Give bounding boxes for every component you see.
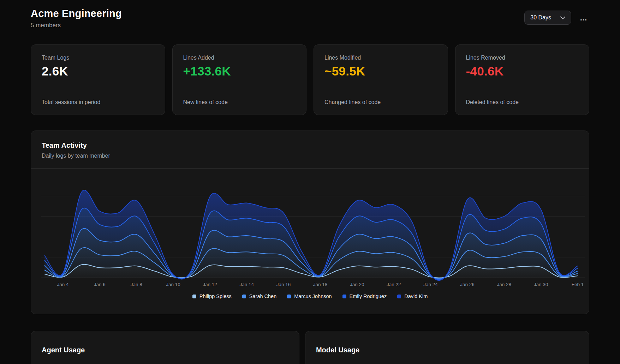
member-count: 5 members bbox=[31, 22, 122, 29]
x-axis-tick-label: Jan 12 bbox=[203, 282, 217, 287]
x-axis-tick-label: Jan 26 bbox=[460, 282, 475, 287]
model-usage-card: Model Usage bbox=[305, 331, 589, 364]
legend-label: Philipp Spiess bbox=[199, 293, 232, 299]
legend-label: Emily Rodriguez bbox=[350, 293, 387, 299]
chart-canvas: Jan 4Jan 6Jan 8Jan 10Jan 12Jan 14Jan 16J… bbox=[31, 169, 598, 289]
x-axis-tick-label: Jan 18 bbox=[313, 282, 328, 287]
stats-row: Team Logs 2.6K Total sessions in period … bbox=[31, 44, 589, 115]
stat-value: 2.6K bbox=[42, 64, 154, 78]
chart-subtitle: Daily logs by team member bbox=[42, 153, 578, 159]
team-activity-card: Team Activity Daily logs by team member … bbox=[31, 131, 589, 314]
stat-value: -40.6K bbox=[466, 64, 579, 78]
page-title: Acme Engineering bbox=[31, 8, 122, 19]
legend-label: Marcus Johnson bbox=[294, 293, 332, 299]
header-actions: 30 Days … bbox=[524, 11, 589, 25]
stat-card-lines-added: Lines Added +133.6K New lines of code bbox=[172, 44, 307, 115]
stat-description: Total sessions in period bbox=[42, 99, 154, 105]
x-axis-tick-label: Jan 14 bbox=[240, 282, 254, 287]
x-axis-tick-label: Jan 28 bbox=[497, 282, 511, 287]
team-activity-header: Team Activity Daily logs by team member bbox=[31, 131, 589, 168]
stacked-area-chart: Jan 4Jan 6Jan 8Jan 10Jan 12Jan 14Jan 16J… bbox=[31, 169, 589, 289]
x-axis-tick-label: Jan 6 bbox=[94, 282, 106, 287]
legend-swatch-icon bbox=[397, 295, 401, 298]
legend-item[interactable]: Sarah Chen bbox=[242, 293, 276, 299]
legend-label: Sarah Chen bbox=[249, 293, 276, 299]
stat-card-team-logs: Team Logs 2.6K Total sessions in period bbox=[31, 44, 165, 115]
legend-swatch-icon bbox=[287, 295, 291, 298]
x-axis-tick-label: Jan 8 bbox=[131, 282, 142, 287]
legend-item[interactable]: David Kim bbox=[397, 293, 428, 299]
x-axis-tick-label: Jan 4 bbox=[57, 282, 69, 287]
x-axis-tick-label: Feb 1 bbox=[572, 282, 584, 287]
x-axis-tick-label: Jan 10 bbox=[166, 282, 180, 287]
legend-swatch-icon bbox=[242, 295, 246, 298]
stat-description: Deleted lines of code bbox=[466, 99, 579, 105]
x-axis-tick-label: Jan 16 bbox=[276, 282, 291, 287]
agent-usage-title: Agent Usage bbox=[42, 346, 288, 354]
page-header: Acme Engineering 5 members 30 Days … bbox=[31, 8, 589, 29]
stat-card-lines-removed: Lines Removed -40.6K Deleted lines of co… bbox=[455, 44, 590, 115]
legend-item[interactable]: Emily Rodriguez bbox=[342, 293, 387, 299]
x-axis-tick-label: Jan 24 bbox=[423, 282, 438, 287]
stat-value: +133.6K bbox=[183, 64, 296, 78]
x-axis-tick-label: Jan 20 bbox=[350, 282, 364, 287]
dashboard-page: Acme Engineering 5 members 30 Days … Tea… bbox=[0, 0, 620, 364]
stat-label: Lines Modified bbox=[324, 55, 437, 61]
legend-item[interactable]: Philipp Spiess bbox=[192, 293, 232, 299]
stat-value: ~59.5K bbox=[324, 64, 437, 78]
x-axis-tick-label: Jan 30 bbox=[534, 282, 548, 287]
date-range-select[interactable]: 30 Days bbox=[524, 11, 571, 25]
stat-label: Lines Removed bbox=[466, 55, 579, 61]
legend-label: David Kim bbox=[404, 293, 428, 299]
stat-label: Team Logs bbox=[42, 55, 154, 61]
bottom-row: Agent Usage Model Usage bbox=[31, 331, 589, 364]
stat-label: Lines Added bbox=[183, 55, 296, 61]
stat-description: New lines of code bbox=[183, 99, 296, 105]
legend-swatch-icon bbox=[342, 295, 346, 298]
stat-description: Changed lines of code bbox=[324, 99, 437, 105]
agent-usage-card: Agent Usage bbox=[31, 331, 299, 364]
more-options-icon[interactable]: … bbox=[578, 12, 589, 24]
legend-swatch-icon bbox=[192, 295, 196, 298]
chevron-down-icon bbox=[560, 16, 565, 19]
x-axis-tick-label: Jan 22 bbox=[387, 282, 401, 287]
model-usage-title: Model Usage bbox=[316, 346, 578, 354]
stat-card-lines-modified: Lines Modified ~59.5K Changed lines of c… bbox=[314, 44, 448, 115]
date-range-value: 30 Days bbox=[530, 14, 551, 21]
chart-title: Team Activity bbox=[42, 141, 578, 150]
chart-legend: Philipp SpiessSarah ChenMarcus JohnsonEm… bbox=[31, 293, 589, 314]
header-titles: Acme Engineering 5 members bbox=[31, 8, 122, 29]
legend-item[interactable]: Marcus Johnson bbox=[287, 293, 332, 299]
